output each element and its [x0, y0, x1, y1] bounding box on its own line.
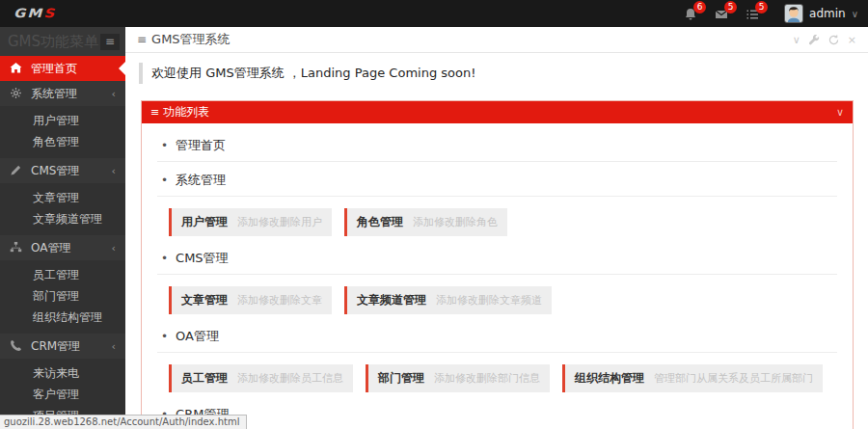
sidebar-item-users[interactable]: 用户管理 [0, 110, 125, 131]
close-icon[interactable]: × [848, 35, 856, 45]
user-menu[interactable]: admin ∨ [784, 4, 858, 23]
sidebar-submenu-system: 用户管理 角色管理 [0, 106, 125, 158]
avatar [784, 4, 803, 23]
messages-menu[interactable]: 5 [715, 6, 730, 21]
chevron-left-icon: ‹ [112, 165, 116, 177]
feature-card-articles[interactable]: 文章管理 添加修改删除文章 [169, 286, 332, 314]
section-title-text: CMS管理 [176, 250, 229, 267]
card-desc: 添加修改删除文章 [237, 293, 322, 308]
pen-icon [10, 164, 23, 177]
section-home: • 管理首页 [157, 127, 837, 162]
card-desc: 添加修改删除角色 [413, 215, 498, 229]
home-icon [10, 62, 23, 75]
sidebar-item-label: CRM管理 [31, 338, 80, 355]
section-title: • CRM管理 [157, 396, 837, 429]
section-crm: • CRM管理 来访来电 添加修改删除来访来电 客户管理 添加修改删除客户 项目… [157, 396, 837, 429]
tasks-count-badge: 5 [755, 1, 768, 13]
feature-card-org-structure[interactable]: 组织结构管理 管理部门从属关系及员工所属部门 [562, 364, 823, 392]
card-title: 员工管理 [181, 370, 228, 387]
collapse-icon[interactable]: ∨ [793, 35, 800, 45]
section-title-text: OA管理 [176, 328, 219, 345]
sitemap-icon [10, 241, 23, 255]
function-list-panel: ≡ 功能列表 ∨ • 管理首页 • 系统管理 用户管理 添加修改删除用 [141, 100, 854, 429]
topbar-right: 6 5 5 admin ∨ [684, 4, 858, 23]
sidebar-item-crm[interactable]: CRM管理 ‹ [0, 334, 125, 359]
hamburger-icon: ≡ [137, 33, 147, 46]
card-title: 用户管理 [181, 214, 228, 230]
sidebar-item-roles[interactable]: 角色管理 [0, 131, 125, 152]
sidebar-item-label: OA管理 [31, 240, 70, 256]
card-title: 文章管理 [181, 292, 228, 308]
section-title: • 系统管理 [157, 162, 837, 197]
gear-icon [10, 87, 23, 100]
section-title: • OA管理 [157, 318, 837, 353]
feature-card-departments[interactable]: 部门管理 添加修改删除部门信息 [366, 364, 550, 392]
sidebar-item-articles[interactable]: 文章管理 [0, 187, 125, 208]
section-title-text: 系统管理 [176, 172, 226, 189]
card-row: 用户管理 添加修改删除用户 角色管理 添加修改删除角色 [169, 208, 837, 236]
section-title: • CMS管理 [157, 240, 837, 275]
card-title: 组织结构管理 [575, 370, 644, 387]
section-system: • 系统管理 用户管理 添加修改删除用户 角色管理 添加修改删除角色 [157, 162, 837, 236]
content-header: ≡ GMS管理系统 ∨ × [125, 27, 868, 53]
app-logo: GMS [14, 6, 56, 20]
tasks-menu[interactable]: 5 [746, 6, 761, 21]
chevron-down-icon[interactable]: ∨ [836, 106, 844, 119]
alerts-count-badge: 6 [693, 1, 706, 13]
welcome-message: 欢迎使用 GMS管理系统 ，Landing Page Coming soon! [139, 63, 854, 84]
page-title: ≡ GMS管理系统 [137, 31, 231, 48]
page-title-text: GMS管理系统 [151, 31, 231, 48]
panel-header[interactable]: ≡ 功能列表 ∨ [142, 101, 853, 123]
sidebar-item-org-structure[interactable]: 组织结构管理 [0, 307, 125, 328]
alerts-menu[interactable]: 6 [684, 6, 699, 21]
card-title: 部门管理 [378, 370, 424, 387]
logo-s: S [43, 6, 56, 20]
panel-title: 功能列表 [163, 104, 209, 121]
sidebar-item-customers[interactable]: 客户管理 [0, 384, 125, 405]
sidebar-item-label: 系统管理 [31, 86, 77, 102]
sidebar-item-system[interactable]: 系统管理 ‹ [0, 81, 125, 106]
wrench-icon[interactable] [809, 35, 820, 45]
link-preview-statusbar: guozili.28.web1268.net/Account/Auth/inde… [0, 415, 247, 429]
sidebar-item-visits-calls[interactable]: 来访来电 [0, 362, 125, 384]
bullet-icon: • [161, 330, 168, 343]
feature-card-employees[interactable]: 员工管理 添加修改删除员工信息 [169, 364, 353, 392]
sidebar-item-departments[interactable]: 部门管理 [0, 285, 125, 307]
card-title: 文章频道管理 [357, 292, 426, 308]
sidebar-menu: 管理首页 系统管理 ‹ 用户管理 角色管理 CMS管理 ‹ 文章管理 文章频道管… [0, 56, 125, 429]
chevron-left-icon: ‹ [112, 242, 116, 255]
sidebar-item-oa[interactable]: OA管理 ‹ [0, 235, 125, 260]
messages-count-badge: 5 [724, 1, 737, 13]
card-title: 角色管理 [357, 214, 403, 230]
section-title-text: 管理首页 [176, 137, 226, 154]
sidebar-collapse-button[interactable]: ≡ [100, 34, 120, 50]
phone-icon [10, 339, 23, 353]
sidebar-item-article-channels[interactable]: 文章频道管理 [0, 208, 125, 229]
section-title: • 管理首页 [157, 127, 837, 162]
card-row: 员工管理 添加修改删除员工信息 部门管理 添加修改删除部门信息 组织结构管理 管… [169, 364, 837, 392]
card-desc: 添加修改删除用户 [237, 215, 322, 229]
chevron-down-icon: ∨ [852, 9, 858, 19]
username-label: admin [809, 7, 846, 20]
chevron-left-icon: ‹ [112, 340, 116, 353]
bullet-icon: • [161, 174, 168, 187]
main-content: ≡ GMS管理系统 ∨ × 欢迎使用 GMS管理系统 ，Landing Page… [125, 27, 868, 429]
feature-card-roles[interactable]: 角色管理 添加修改删除角色 [344, 208, 507, 236]
card-desc: 添加修改删除部门信息 [434, 371, 540, 386]
sidebar-item-cms[interactable]: CMS管理 ‹ [0, 158, 125, 183]
sidebar-item-employees[interactable]: 员工管理 [0, 264, 125, 285]
sidebar-header: GMS功能菜单 ≡ [0, 27, 125, 56]
hamburger-icon: ≡ [150, 106, 159, 119]
chevron-left-icon: ‹ [112, 88, 116, 100]
feature-card-article-channels[interactable]: 文章频道管理 添加修改删除文章频道 [344, 286, 552, 314]
panel-body: • 管理首页 • 系统管理 用户管理 添加修改删除用户 角色管理 添加修改删 [142, 123, 853, 429]
sidebar-item-home[interactable]: 管理首页 [0, 56, 125, 81]
feature-card-users[interactable]: 用户管理 添加修改删除用户 [169, 208, 332, 236]
sidebar-title: GMS功能菜单 [8, 33, 98, 51]
sidebar-item-label: 管理首页 [31, 61, 77, 77]
bullet-icon: • [161, 139, 168, 152]
topbar: GMS 6 5 5 admin ∨ [0, 0, 868, 27]
bullet-icon: • [161, 252, 168, 265]
panel-tools: ∨ × [793, 35, 856, 45]
refresh-icon[interactable] [828, 35, 839, 45]
